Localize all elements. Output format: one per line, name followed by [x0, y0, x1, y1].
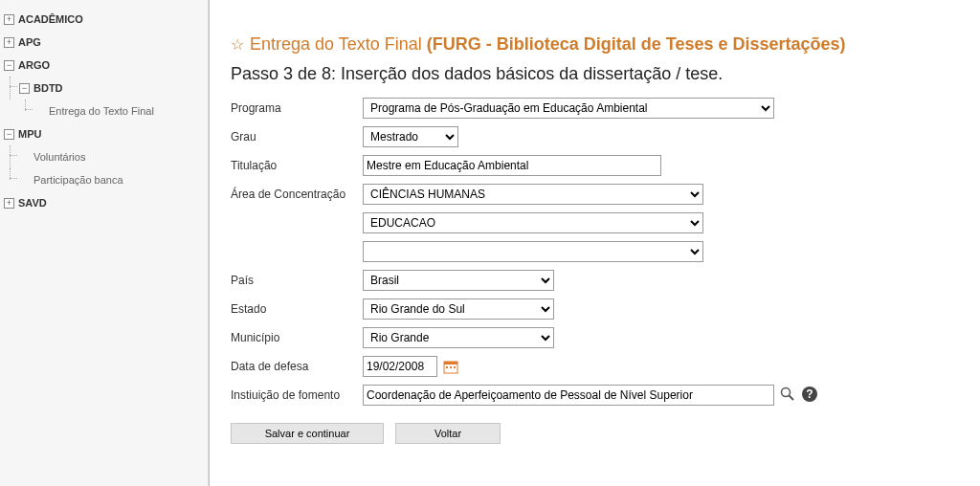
data-defesa-input[interactable] — [363, 356, 437, 377]
svg-rect-1 — [444, 362, 457, 364]
area1-select[interactable]: CIÊNCIAS HUMANAS — [363, 184, 703, 205]
tree-item-savd[interactable]: + SAVD — [4, 191, 204, 214]
tree-item-voluntarios[interactable]: Voluntários — [19, 145, 204, 168]
svg-text:?: ? — [806, 387, 813, 401]
programa-select[interactable]: Programa de Pós-Graduação em Educação Am… — [363, 98, 774, 119]
area3-select[interactable] — [363, 241, 703, 262]
step-title: Passo 3 de 8: Inserção dos dados básicos… — [231, 64, 959, 84]
expand-icon[interactable]: + — [4, 37, 14, 48]
star-icon: ☆ — [231, 35, 244, 54]
back-button[interactable]: Voltar — [395, 423, 501, 444]
save-continue-button[interactable]: Salvar e continuar — [231, 423, 384, 444]
estado-label: Estado — [231, 302, 363, 316]
titulacao-input[interactable] — [363, 155, 661, 176]
tree-label: BDTD — [33, 78, 63, 98]
svg-point-5 — [782, 387, 791, 396]
help-icon[interactable]: ? — [801, 386, 818, 406]
expand-icon[interactable]: + — [4, 198, 14, 209]
fomento-input[interactable] — [363, 385, 774, 406]
tree-label: APG — [18, 33, 41, 52]
sidebar: + ACADÊMICO + APG − ARGO − — [0, 0, 209, 486]
tree-label: ACADÊMICO — [18, 10, 83, 29]
grau-select[interactable]: Mestrado — [363, 126, 458, 147]
tree-item-apg[interactable]: + APG — [4, 31, 204, 54]
expand-icon[interactable]: + — [4, 14, 14, 25]
tree-item-entrega-texto-final[interactable]: Entrega do Texto Final — [34, 99, 204, 122]
main-content: ☆ Entrega do Texto Final (FURG - Bibliot… — [209, 0, 980, 486]
pais-select[interactable]: Brasil — [363, 270, 554, 291]
page-title: Entrega do Texto Final (FURG - Bibliotec… — [250, 34, 846, 55]
tree-item-bdtd[interactable]: − BDTD — [19, 77, 204, 99]
tree-label: Voluntários — [33, 147, 85, 166]
calendar-icon[interactable] — [443, 359, 458, 374]
tree-label: MPU — [18, 124, 41, 144]
grau-label: Grau — [231, 130, 363, 144]
estado-select[interactable]: Rio Grande do Sul — [363, 298, 554, 320]
programa-label: Programa — [231, 101, 363, 115]
tree-label: ARGO — [18, 55, 50, 75]
collapse-icon[interactable]: − — [4, 129, 14, 140]
area-label: Área de Concentração — [231, 188, 363, 201]
leaf-icon — [19, 152, 30, 163]
tree-item-mpu[interactable]: − MPU — [4, 122, 204, 145]
svg-rect-3 — [450, 366, 452, 368]
leaf-icon — [19, 175, 30, 186]
titulacao-label: Titulação — [231, 159, 363, 172]
pais-label: País — [231, 274, 363, 287]
svg-rect-4 — [454, 366, 456, 368]
municipio-label: Município — [231, 331, 363, 344]
tree-item-academico[interactable]: + ACADÊMICO — [4, 8, 204, 31]
svg-rect-2 — [446, 366, 448, 368]
municipio-select[interactable]: Rio Grande — [363, 327, 554, 348]
tree-item-participacao-banca[interactable]: Participação banca — [19, 168, 204, 191]
tree-label: SAVD — [18, 193, 47, 212]
area2-select[interactable]: EDUCACAO — [363, 212, 703, 233]
fomento-label: Instiuição de fomento — [231, 388, 363, 402]
tree-label: Participação banca — [33, 170, 123, 189]
collapse-icon[interactable]: − — [4, 60, 14, 71]
svg-line-6 — [790, 395, 794, 400]
tree-item-argo[interactable]: − ARGO — [4, 54, 204, 77]
tree-label: Entrega do Texto Final — [49, 101, 154, 121]
data-defesa-label: Data de defesa — [231, 360, 363, 373]
collapse-icon[interactable]: − — [19, 83, 30, 94]
leaf-icon — [34, 106, 45, 117]
search-icon[interactable] — [780, 387, 795, 405]
